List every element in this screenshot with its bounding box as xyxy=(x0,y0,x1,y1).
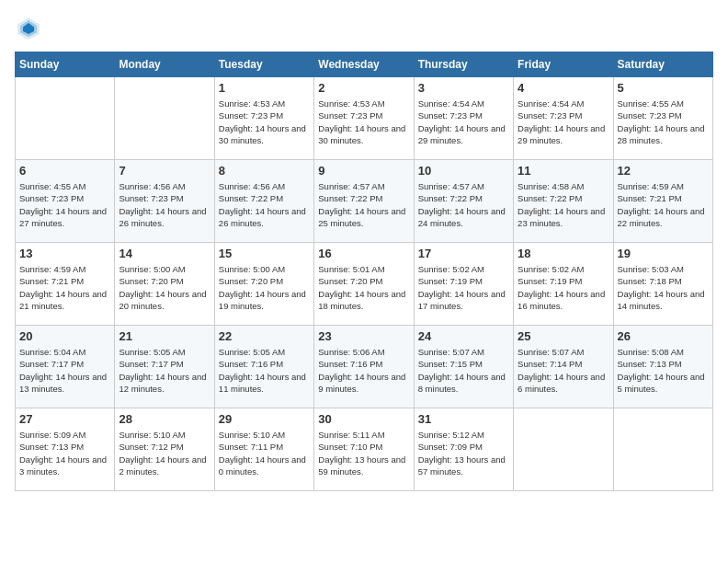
day-info: Sunrise: 5:00 AM Sunset: 7:20 PM Dayligh… xyxy=(219,263,310,312)
day-number: 21 xyxy=(119,329,210,343)
day-info: Sunrise: 4:56 AM Sunset: 7:22 PM Dayligh… xyxy=(219,180,310,229)
day-number: 18 xyxy=(518,247,609,260)
day-number: 1 xyxy=(219,81,310,95)
day-info: Sunrise: 5:07 AM Sunset: 7:15 PM Dayligh… xyxy=(418,346,509,395)
calendar-header-tuesday: Tuesday xyxy=(214,52,313,77)
day-number: 14 xyxy=(119,247,210,260)
calendar-cell: 23Sunrise: 5:06 AM Sunset: 7:16 PM Dayli… xyxy=(314,326,414,408)
calendar-cell: 21Sunrise: 5:05 AM Sunset: 7:17 PM Dayli… xyxy=(115,326,214,408)
calendar-cell: 3Sunrise: 4:54 AM Sunset: 7:23 PM Daylig… xyxy=(414,77,513,160)
day-info: Sunrise: 4:56 AM Sunset: 7:23 PM Dayligh… xyxy=(119,180,210,229)
calendar-cell: 18Sunrise: 5:02 AM Sunset: 7:19 PM Dayli… xyxy=(514,243,613,326)
calendar-cell: 9Sunrise: 4:57 AM Sunset: 7:22 PM Daylig… xyxy=(314,160,414,243)
day-info: Sunrise: 5:02 AM Sunset: 7:19 PM Dayligh… xyxy=(518,263,609,312)
calendar-cell: 26Sunrise: 5:08 AM Sunset: 7:13 PM Dayli… xyxy=(613,326,712,408)
day-number: 26 xyxy=(618,329,709,343)
day-info: Sunrise: 5:09 AM Sunset: 7:13 PM Dayligh… xyxy=(19,429,110,477)
calendar-table: SundayMondayTuesdayWednesdayThursdayFrid… xyxy=(15,52,713,491)
day-info: Sunrise: 5:08 AM Sunset: 7:13 PM Dayligh… xyxy=(618,346,709,395)
calendar-cell: 14Sunrise: 5:00 AM Sunset: 7:20 PM Dayli… xyxy=(115,243,214,326)
calendar-cell: 4Sunrise: 4:54 AM Sunset: 7:23 PM Daylig… xyxy=(514,77,613,160)
day-number: 31 xyxy=(418,412,509,426)
calendar-cell xyxy=(16,77,115,160)
calendar-header-saturday: Saturday xyxy=(613,52,712,77)
day-number: 25 xyxy=(518,329,609,343)
calendar-header-row: SundayMondayTuesdayWednesdayThursdayFrid… xyxy=(16,52,713,77)
calendar-cell: 13Sunrise: 4:59 AM Sunset: 7:21 PM Dayli… xyxy=(16,243,115,326)
day-info: Sunrise: 5:03 AM Sunset: 7:18 PM Dayligh… xyxy=(618,263,709,312)
day-info: Sunrise: 4:59 AM Sunset: 7:21 PM Dayligh… xyxy=(19,263,110,312)
day-info: Sunrise: 5:10 AM Sunset: 7:11 PM Dayligh… xyxy=(219,429,310,477)
calendar-cell: 7Sunrise: 4:56 AM Sunset: 7:23 PM Daylig… xyxy=(115,160,214,243)
day-number: 9 xyxy=(318,164,409,178)
day-info: Sunrise: 5:02 AM Sunset: 7:19 PM Dayligh… xyxy=(418,263,509,312)
logo-icon xyxy=(15,15,42,42)
day-number: 22 xyxy=(219,329,310,343)
day-info: Sunrise: 4:55 AM Sunset: 7:23 PM Dayligh… xyxy=(19,180,110,229)
calendar-cell: 15Sunrise: 5:00 AM Sunset: 7:20 PM Dayli… xyxy=(214,243,313,326)
day-number: 20 xyxy=(19,329,110,343)
day-info: Sunrise: 5:12 AM Sunset: 7:09 PM Dayligh… xyxy=(418,429,509,477)
day-number: 23 xyxy=(318,329,409,343)
day-info: Sunrise: 5:07 AM Sunset: 7:14 PM Dayligh… xyxy=(518,346,609,395)
day-info: Sunrise: 5:05 AM Sunset: 7:16 PM Dayligh… xyxy=(219,346,310,395)
calendar-cell: 10Sunrise: 4:57 AM Sunset: 7:22 PM Dayli… xyxy=(414,160,513,243)
day-info: Sunrise: 4:53 AM Sunset: 7:23 PM Dayligh… xyxy=(318,98,409,146)
day-info: Sunrise: 5:05 AM Sunset: 7:17 PM Dayligh… xyxy=(119,346,210,395)
day-number: 15 xyxy=(219,247,310,260)
page-header xyxy=(15,15,713,42)
calendar-cell: 16Sunrise: 5:01 AM Sunset: 7:20 PM Dayli… xyxy=(314,243,414,326)
day-number: 8 xyxy=(219,164,310,178)
calendar-cell: 29Sunrise: 5:10 AM Sunset: 7:11 PM Dayli… xyxy=(214,408,313,491)
day-info: Sunrise: 4:59 AM Sunset: 7:21 PM Dayligh… xyxy=(618,180,709,229)
day-info: Sunrise: 4:57 AM Sunset: 7:22 PM Dayligh… xyxy=(318,180,409,229)
day-number: 12 xyxy=(618,164,709,178)
calendar-cell: 11Sunrise: 4:58 AM Sunset: 7:22 PM Dayli… xyxy=(514,160,613,243)
day-info: Sunrise: 4:54 AM Sunset: 7:23 PM Dayligh… xyxy=(418,98,509,146)
calendar-cell: 27Sunrise: 5:09 AM Sunset: 7:13 PM Dayli… xyxy=(16,408,115,491)
calendar-cell: 20Sunrise: 5:04 AM Sunset: 7:17 PM Dayli… xyxy=(16,326,115,408)
day-info: Sunrise: 5:10 AM Sunset: 7:12 PM Dayligh… xyxy=(119,429,210,477)
day-number: 16 xyxy=(318,247,409,260)
calendar-week-row: 13Sunrise: 4:59 AM Sunset: 7:21 PM Dayli… xyxy=(16,243,713,326)
day-info: Sunrise: 4:54 AM Sunset: 7:23 PM Dayligh… xyxy=(518,98,609,146)
calendar-cell: 12Sunrise: 4:59 AM Sunset: 7:21 PM Dayli… xyxy=(613,160,712,243)
logo xyxy=(15,15,44,42)
calendar-header-wednesday: Wednesday xyxy=(314,52,414,77)
calendar-header-friday: Friday xyxy=(514,52,613,77)
calendar-week-row: 27Sunrise: 5:09 AM Sunset: 7:13 PM Dayli… xyxy=(16,408,713,491)
calendar-cell: 22Sunrise: 5:05 AM Sunset: 7:16 PM Dayli… xyxy=(214,326,313,408)
day-info: Sunrise: 5:01 AM Sunset: 7:20 PM Dayligh… xyxy=(318,263,409,312)
day-info: Sunrise: 4:58 AM Sunset: 7:22 PM Dayligh… xyxy=(518,180,609,229)
calendar-header-monday: Monday xyxy=(115,52,214,77)
calendar-week-row: 1Sunrise: 4:53 AM Sunset: 7:23 PM Daylig… xyxy=(16,77,713,160)
day-info: Sunrise: 5:11 AM Sunset: 7:10 PM Dayligh… xyxy=(318,429,409,477)
day-number: 11 xyxy=(518,164,609,178)
day-number: 7 xyxy=(119,164,210,178)
day-info: Sunrise: 4:53 AM Sunset: 7:23 PM Dayligh… xyxy=(219,98,310,146)
day-info: Sunrise: 4:57 AM Sunset: 7:22 PM Dayligh… xyxy=(418,180,509,229)
calendar-header-thursday: Thursday xyxy=(414,52,513,77)
day-number: 4 xyxy=(518,81,609,95)
calendar-cell: 19Sunrise: 5:03 AM Sunset: 7:18 PM Dayli… xyxy=(613,243,712,326)
calendar-cell: 2Sunrise: 4:53 AM Sunset: 7:23 PM Daylig… xyxy=(314,77,414,160)
calendar-header-sunday: Sunday xyxy=(16,52,115,77)
day-info: Sunrise: 5:04 AM Sunset: 7:17 PM Dayligh… xyxy=(19,346,110,395)
day-number: 13 xyxy=(19,247,110,260)
calendar-cell: 17Sunrise: 5:02 AM Sunset: 7:19 PM Dayli… xyxy=(414,243,513,326)
calendar-week-row: 20Sunrise: 5:04 AM Sunset: 7:17 PM Dayli… xyxy=(16,326,713,408)
calendar-cell: 24Sunrise: 5:07 AM Sunset: 7:15 PM Dayli… xyxy=(414,326,513,408)
day-number: 29 xyxy=(219,412,310,426)
calendar-week-row: 6Sunrise: 4:55 AM Sunset: 7:23 PM Daylig… xyxy=(16,160,713,243)
day-number: 2 xyxy=(318,81,409,95)
calendar-cell: 31Sunrise: 5:12 AM Sunset: 7:09 PM Dayli… xyxy=(414,408,513,491)
calendar-cell: 30Sunrise: 5:11 AM Sunset: 7:10 PM Dayli… xyxy=(314,408,414,491)
day-info: Sunrise: 5:00 AM Sunset: 7:20 PM Dayligh… xyxy=(119,263,210,312)
day-number: 3 xyxy=(418,81,509,95)
calendar-cell: 1Sunrise: 4:53 AM Sunset: 7:23 PM Daylig… xyxy=(214,77,313,160)
day-number: 30 xyxy=(318,412,409,426)
calendar-cell: 5Sunrise: 4:55 AM Sunset: 7:23 PM Daylig… xyxy=(613,77,712,160)
calendar-cell: 8Sunrise: 4:56 AM Sunset: 7:22 PM Daylig… xyxy=(214,160,313,243)
day-number: 5 xyxy=(618,81,709,95)
calendar-cell: 6Sunrise: 4:55 AM Sunset: 7:23 PM Daylig… xyxy=(16,160,115,243)
